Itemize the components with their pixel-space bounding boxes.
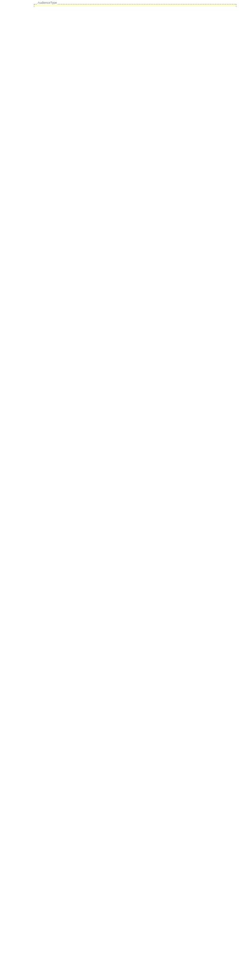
group-audience-type: AudienceType — [34, 4, 236, 7]
group-label: AudienceType — [37, 1, 58, 5]
